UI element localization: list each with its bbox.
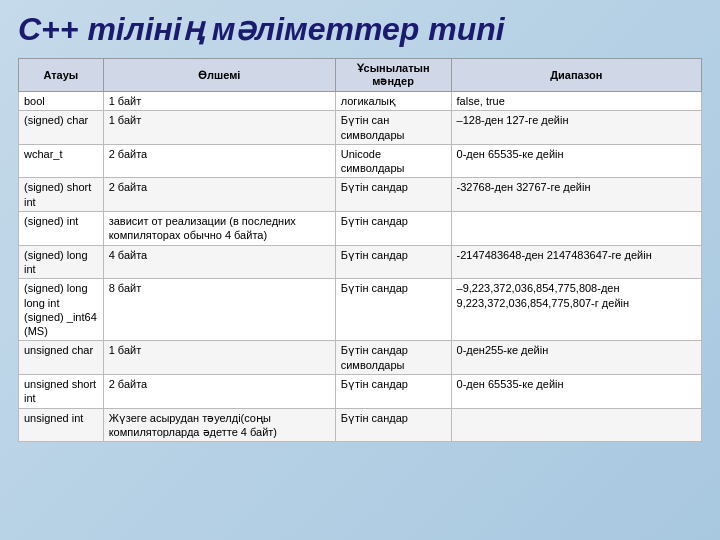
cell-type-name: (signed) short int (19, 178, 104, 212)
cell-values: Бүтін сандар (335, 375, 451, 409)
cell-values: Unicode символдары (335, 144, 451, 178)
table-row: unsigned short int2 байтаБүтін сандар0-д… (19, 375, 702, 409)
cell-values: Бүтін сандар (335, 279, 451, 341)
col-header-values: Ұсынылатын мәндер (335, 59, 451, 92)
cell-values: Бүтін сан символдары (335, 111, 451, 145)
table-row: unsigned char1 байтБүтін сандар символда… (19, 341, 702, 375)
cell-range: –128-ден 127-ге дейін (451, 111, 701, 145)
cell-range: -2147483648-ден 2147483647-ге дейін (451, 245, 701, 279)
cell-type-name: wchar_t (19, 144, 104, 178)
col-header-name: Атауы (19, 59, 104, 92)
table-row: (signed) long int4 байтаБүтін сандар-214… (19, 245, 702, 279)
table-row: bool1 байтлогикалықfalse, true (19, 92, 702, 111)
cell-type-name: unsigned int (19, 408, 104, 442)
col-header-size: Өлшемі (103, 59, 335, 92)
table-header-row: Атауы Өлшемі Ұсынылатын мәндер Диапазон (19, 59, 702, 92)
cell-values: логикалық (335, 92, 451, 111)
cell-type-name: (signed) long long int (signed) _int64 (… (19, 279, 104, 341)
cell-type-name: unsigned char (19, 341, 104, 375)
cell-size: Жүзеге асырудан тәуелді(соңы компиляторл… (103, 408, 335, 442)
cell-values: Бүтін сандар символдары (335, 341, 451, 375)
cell-range: 0-ден 65535-ке дейін (451, 375, 701, 409)
cell-size: зависит от реализации (в последних компи… (103, 212, 335, 246)
col-header-range: Диапазон (451, 59, 701, 92)
cell-size: 2 байта (103, 178, 335, 212)
table-row: (signed) char1 байтБүтін сан символдары–… (19, 111, 702, 145)
cell-range: -32768-ден 32767-ге дейін (451, 178, 701, 212)
cell-values: Бүтін сандар (335, 212, 451, 246)
cell-range: 0-ден255-ке дейін (451, 341, 701, 375)
cell-type-name: (signed) long int (19, 245, 104, 279)
table-row: (signed) intзависит от реализации (в пос… (19, 212, 702, 246)
cell-size: 1 байт (103, 92, 335, 111)
cell-range: 0-ден 65535-ке дейін (451, 144, 701, 178)
cell-range (451, 408, 701, 442)
cell-size: 1 байт (103, 341, 335, 375)
cell-size: 2 байта (103, 375, 335, 409)
cell-values: Бүтін сандар (335, 408, 451, 442)
cell-type-name: (signed) int (19, 212, 104, 246)
cell-values: Бүтін сандар (335, 178, 451, 212)
table-row: unsigned intЖүзеге асырудан тәуелді(соңы… (19, 408, 702, 442)
cell-range: false, true (451, 92, 701, 111)
cell-size: 1 байт (103, 111, 335, 145)
cell-type-name: unsigned short int (19, 375, 104, 409)
table-row: (signed) short int2 байтаБүтін сандар-32… (19, 178, 702, 212)
cell-values: Бүтін сандар (335, 245, 451, 279)
cell-range (451, 212, 701, 246)
cell-size: 4 байта (103, 245, 335, 279)
table-row: (signed) long long int (signed) _int64 (… (19, 279, 702, 341)
table-row: wchar_t2 байта Unicode символдары0-ден 6… (19, 144, 702, 178)
cell-type-name: (signed) char (19, 111, 104, 145)
cell-type-name: bool (19, 92, 104, 111)
page: C++ тілінің мәліметтер типі Атауы Өлшемі… (0, 0, 720, 540)
cell-size: 8 байт (103, 279, 335, 341)
cell-range: –9,223,372,036,854,775,808-ден 9,223,372… (451, 279, 701, 341)
cell-size: 2 байта (103, 144, 335, 178)
data-types-table: Атауы Өлшемі Ұсынылатын мәндер Диапазон … (18, 58, 702, 442)
page-title: C++ тілінің мәліметтер типі (18, 10, 702, 48)
